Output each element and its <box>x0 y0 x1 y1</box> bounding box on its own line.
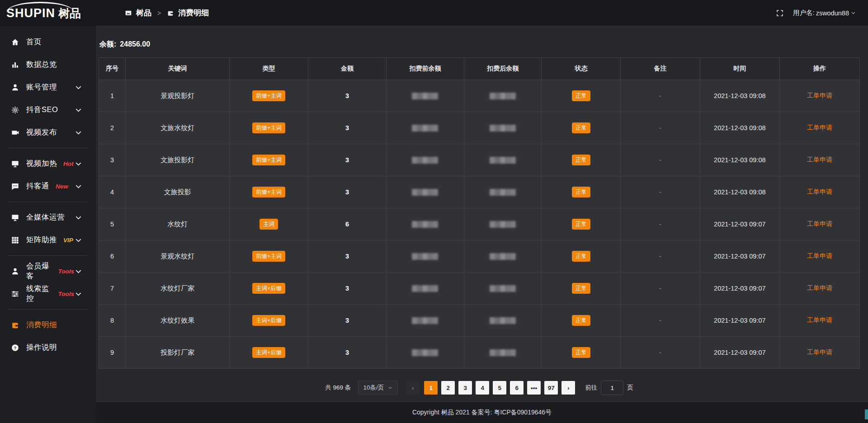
monitor-icon <box>11 160 19 168</box>
type-badge: 主词 <box>259 219 278 230</box>
page-button-6[interactable]: 6 <box>510 381 524 395</box>
index-cell: 2 <box>99 112 126 144</box>
status-cell: 正常 <box>542 305 621 337</box>
sidebar-badge-Tools: Tools <box>58 291 75 297</box>
video-icon <box>11 128 19 137</box>
masked-balance <box>412 189 438 196</box>
time-cell: 2021-12-03 09:08 <box>700 112 780 144</box>
index-cell: 3 <box>99 144 126 176</box>
column-header-金额: 金额 <box>308 58 386 80</box>
balance-label: 余额: <box>99 40 116 48</box>
table-row: 2文旅水纹灯前缀+主词3正常-2021-12-03 09:08工单申请 <box>99 112 860 144</box>
work-order-link[interactable]: 工单申请 <box>807 188 832 195</box>
page-button-5[interactable]: 5 <box>493 381 506 395</box>
breadcrumb-page: 消费明细 <box>178 8 209 18</box>
corner-widget <box>865 409 868 419</box>
sidebar-item-label: 会员爆客 <box>26 261 52 281</box>
status-badge: 正常 <box>572 347 590 358</box>
sidebar-item-label: 抖客通 <box>26 181 49 191</box>
type-badge: 主词+后缀 <box>252 283 285 294</box>
page-size-select[interactable]: 10条/页 <box>358 381 398 395</box>
sidebar-item-label: 线索监控 <box>26 284 52 304</box>
sidebar-badge-VIP: VIP <box>63 237 73 244</box>
work-order-link[interactable]: 工单申请 <box>807 316 832 324</box>
page-button-97[interactable]: 97 <box>544 381 558 395</box>
balance: 余额:24856.00 <box>99 40 860 49</box>
time-cell: 2021-12-03 09:07 <box>700 337 780 369</box>
sidebar-menu: 首页数据总览账号管理抖音SEO视频发布视频加热Hot抖客通New全媒体运营矩阵助… <box>0 26 96 359</box>
column-header-操作: 操作 <box>780 58 860 80</box>
pre-balance-cell <box>387 273 464 305</box>
sidebar-item-全媒体运营[interactable]: 全媒体运营 <box>0 206 96 229</box>
page-button-3[interactable]: 3 <box>458 381 472 395</box>
amount-cell: 3 <box>308 337 386 369</box>
next-page-button[interactable]: › <box>561 381 575 395</box>
sidebar-item-消费明细[interactable]: 消费明细 <box>0 314 96 336</box>
sidebar-item-抖音SEO[interactable]: 抖音SEO <box>0 99 96 121</box>
pre-balance-cell <box>387 240 464 273</box>
column-header-备注: 备注 <box>621 58 700 80</box>
chevron-down-icon <box>74 128 83 137</box>
page-button-1[interactable]: 1 <box>424 381 438 395</box>
pre-balance-cell <box>387 337 464 369</box>
goto-unit: 页 <box>627 384 633 392</box>
keyword-cell: 景观投影灯 <box>125 80 230 112</box>
work-order-link[interactable]: 工单申请 <box>807 252 832 259</box>
pre-balance-cell <box>387 112 464 144</box>
work-order-link[interactable]: 工单申请 <box>807 220 832 227</box>
total-count: 共 969 条 <box>325 384 351 392</box>
sidebar-item-视频加热[interactable]: 视频加热Hot <box>0 152 96 175</box>
sidebar-item-线索监控[interactable]: 线索监控Tools <box>0 282 96 305</box>
page-ellipsis-button[interactable]: ••• <box>527 381 541 395</box>
logo-arc <box>6 2 74 12</box>
sidebar-item-首页[interactable]: 首页 <box>0 31 96 53</box>
user-dropdown[interactable]: 用户名: zswodun88 <box>793 9 856 17</box>
page-button-4[interactable]: 4 <box>476 381 489 395</box>
page-button-2[interactable]: 2 <box>441 381 455 395</box>
keyword-cell: 水纹灯厂家 <box>125 273 230 305</box>
type-badge: 主词+后缀 <box>252 347 285 358</box>
sidebar-item-矩阵助推[interactable]: 矩阵助推VIP <box>0 229 96 251</box>
sidebar-item-操作说明[interactable]: ?操作说明 <box>0 336 96 359</box>
post-balance-cell <box>464 112 542 144</box>
sidebar-item-会员爆客[interactable]: 会员爆客Tools <box>0 260 96 282</box>
work-order-link[interactable]: 工单申请 <box>807 284 832 291</box>
type-badge: 主词+后缀 <box>252 315 285 326</box>
type-badge: 前缀+主词 <box>252 155 285 166</box>
status-cell: 正常 <box>542 208 621 240</box>
remark-cell: - <box>621 305 700 337</box>
prev-page-button[interactable]: ‹ <box>406 381 420 395</box>
sidebar-item-视频发布[interactable]: 视频发布 <box>0 121 96 144</box>
work-order-link[interactable]: 工单申请 <box>807 348 832 356</box>
index-cell: 9 <box>99 337 126 369</box>
column-header-扣费前余额: 扣费前余额 <box>387 58 464 80</box>
post-balance-cell <box>464 176 542 208</box>
question-icon: ? <box>11 343 19 352</box>
fullscreen-icon[interactable] <box>776 9 784 17</box>
remark-cell: - <box>621 337 700 369</box>
amount-cell: 3 <box>308 144 386 176</box>
column-header-类型: 类型 <box>230 58 308 80</box>
breadcrumb-app[interactable]: 树品 <box>136 8 151 18</box>
type-cell: 主词+后缀 <box>230 273 308 305</box>
sidebar-item-数据总览[interactable]: 数据总览 <box>0 53 96 76</box>
amount-cell: 3 <box>308 240 386 273</box>
keyword-cell: 文旅投影 <box>125 176 230 208</box>
column-header-时间: 时间 <box>700 58 780 80</box>
amount-cell: 3 <box>308 112 386 144</box>
logo: SHUPIN 树品 <box>0 0 96 26</box>
table-row: 8水纹灯效果主词+后缀3正常-2021-12-03 09:07工单申请 <box>99 305 860 337</box>
goto-page-input[interactable] <box>601 381 623 395</box>
table-row: 4文旅投影前缀+主词3正常-2021-12-03 09:08工单申请 <box>99 176 860 208</box>
sidebar-item-账号管理[interactable]: 账号管理 <box>0 76 96 99</box>
work-order-link[interactable]: 工单申请 <box>807 156 832 163</box>
masked-balance <box>412 317 438 324</box>
table-row: 1景观投影灯前缀+主词3正常-2021-12-03 09:08工单申请 <box>99 80 860 112</box>
sidebar-item-label: 视频发布 <box>26 127 57 137</box>
sidebar-item-抖客通[interactable]: 抖客通New <box>0 175 96 197</box>
work-order-link[interactable]: 工单申请 <box>807 124 832 131</box>
status-badge: 正常 <box>572 283 590 294</box>
chevron-down-icon <box>74 83 83 92</box>
work-order-link[interactable]: 工单申请 <box>807 92 832 99</box>
action-cell: 工单申请 <box>780 240 860 273</box>
